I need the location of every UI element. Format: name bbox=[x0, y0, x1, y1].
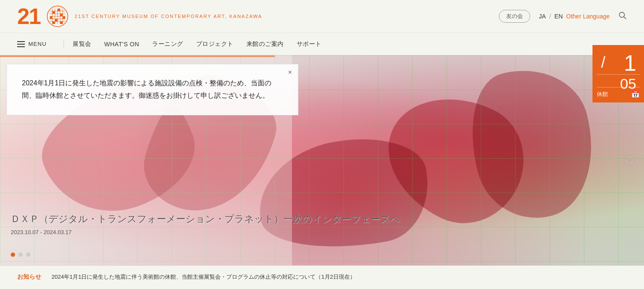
logo-circle-icon bbox=[46, 5, 69, 27]
svg-rect-15 bbox=[55, 19, 58, 21]
nav-item-exhibitions[interactable]: 展覧会 bbox=[73, 40, 91, 48]
logo-area: 21 21st Century Museum of Contempo bbox=[17, 5, 262, 27]
search-button[interactable] bbox=[618, 11, 627, 22]
scroll-circle bbox=[623, 154, 635, 166]
svg-rect-17 bbox=[52, 21, 55, 24]
lang-en-button[interactable]: EN bbox=[554, 13, 562, 20]
closure-status: 休館 bbox=[597, 90, 608, 98]
svg-rect-18 bbox=[60, 21, 63, 24]
notice-text: 2024年1月1日に発生した地震に伴う美術館の休館、当館主催展覧会・プログラムの… bbox=[52, 273, 355, 282]
navigation: MENU 展覧会 WHAT'S ON ラーニング プロジェクト 来館のご案内 サ… bbox=[0, 33, 644, 55]
lang-other-button[interactable]: Other Language bbox=[566, 13, 610, 20]
nav-item-support[interactable]: サポート bbox=[297, 40, 322, 48]
notice-bar: お知らせ 2024年1月1日に発生した地震に伴う美術館の休館、当館主催展覧会・プ… bbox=[0, 265, 644, 289]
nav-divider bbox=[64, 40, 64, 48]
logo-tagline: 21st Century Museum of Contemporary Art,… bbox=[75, 14, 262, 19]
hero-exhibition-title: ＤＸＰ（デジタル・トランスフォーメーション・プラネット）一次のインターフェースへ bbox=[11, 213, 400, 226]
scroll-indicator bbox=[623, 154, 635, 166]
menu-toggle[interactable]: MENU bbox=[17, 41, 55, 47]
date-badge[interactable]: / 1 05 休館 📅 bbox=[592, 45, 644, 102]
svg-rect-12 bbox=[58, 9, 60, 11]
notification-text: 2024年1月1日に発生した地震の影響による施設設備の点検・整備のため、当面の間… bbox=[22, 77, 281, 102]
slide-dot-1[interactable] bbox=[11, 253, 15, 257]
language-switcher: JA / EN Other Language bbox=[539, 13, 610, 20]
hero-exhibition-dates: 2023.10.07 - 2024.03.17 bbox=[11, 229, 400, 235]
nav-links: 展覧会 WHAT'S ON ラーニング プロジェクト 来館のご案内 サポート bbox=[73, 40, 322, 48]
svg-rect-14 bbox=[50, 16, 52, 19]
svg-rect-16 bbox=[63, 16, 65, 19]
logo-number: 21 bbox=[17, 5, 40, 27]
tomonokai-button[interactable]: 友の会 bbox=[499, 10, 530, 23]
svg-line-20 bbox=[624, 17, 626, 19]
hero-title-area: ＤＸＰ（デジタル・トランスフォーメーション・プラネット）一次のインターフェースへ… bbox=[11, 213, 400, 235]
notice-label: お知らせ bbox=[17, 273, 41, 281]
lang-ja-button[interactable]: JA bbox=[539, 13, 546, 20]
hamburger-icon bbox=[17, 41, 25, 47]
nav-item-whatson[interactable]: WHAT'S ON bbox=[104, 40, 140, 48]
svg-rect-13 bbox=[60, 14, 63, 16]
menu-label: MENU bbox=[28, 41, 46, 47]
slide-dot-2[interactable] bbox=[18, 253, 23, 257]
lang-separator: / bbox=[549, 13, 551, 20]
notification-close-button[interactable]: × bbox=[288, 69, 292, 76]
header-right: 友の会 JA / EN Other Language bbox=[499, 10, 627, 23]
nav-item-projects[interactable]: プロジェクト bbox=[196, 40, 234, 48]
date-day: 05 bbox=[597, 74, 640, 91]
slide-dots bbox=[11, 253, 30, 257]
scroll-circle-inner bbox=[628, 159, 631, 162]
nav-item-learning[interactable]: ラーニング bbox=[152, 40, 183, 48]
date-slash: / bbox=[601, 54, 605, 72]
nav-item-visit[interactable]: 来館のご案内 bbox=[246, 40, 284, 48]
svg-rect-11 bbox=[52, 11, 55, 14]
slide-dot-3[interactable] bbox=[26, 253, 30, 257]
header-top: 21 21st Century Museum of Contempo bbox=[0, 0, 644, 33]
hero-section: × 2024年1月1日に発生した地震の影響による施設設備の点検・整備のため、当面… bbox=[0, 55, 644, 265]
notification-popup: × 2024年1月1日に発生した地震の影響による施設設備の点検・整備のため、当面… bbox=[6, 64, 298, 115]
search-icon bbox=[618, 11, 627, 20]
